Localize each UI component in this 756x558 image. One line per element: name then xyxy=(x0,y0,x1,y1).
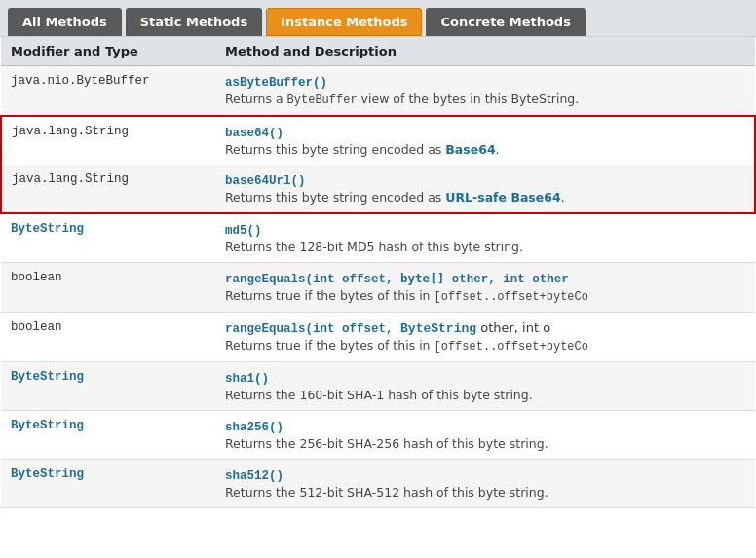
table-row: java.nio.ByteBuffer asByteBuffer() Retur… xyxy=(1,66,755,117)
table-row: ByteString sha256() Returns the 256-bit … xyxy=(1,411,755,460)
type-cell: ByteString xyxy=(1,411,215,460)
method-link[interactable]: sha1() xyxy=(225,372,269,386)
desc-cell: asByteBuffer() Returns a ByteBuffer view… xyxy=(215,66,755,117)
method-link[interactable]: rangeEquals(int offset, byte[] other, in… xyxy=(225,273,569,286)
type-link[interactable]: ByteString xyxy=(11,370,84,384)
type-cell: ByteString xyxy=(1,362,215,411)
method-description: Returns true if the bytes of this in [of… xyxy=(225,288,745,304)
type-cell: java.nio.ByteBuffer xyxy=(1,66,215,117)
method-link[interactable]: sha256() xyxy=(225,421,284,434)
method-link[interactable]: base64Url() xyxy=(225,174,306,188)
desc-cell: sha1() Returns the 160-bit SHA-1 hash of… xyxy=(215,362,755,411)
type-link[interactable]: ByteString xyxy=(11,419,84,432)
tab-concrete-methods[interactable]: Concrete Methods xyxy=(426,8,585,36)
method-description: Returns the 160-bit SHA-1 hash of this b… xyxy=(225,388,745,402)
tab-all-methods[interactable]: All Methods xyxy=(8,8,122,36)
method-link[interactable]: asByteBuffer() xyxy=(225,76,327,90)
type-cell: java.lang.String xyxy=(1,116,215,165)
type-cell: boolean xyxy=(1,263,215,313)
table-row: ByteString sha512() Returns the 512-bit … xyxy=(1,460,755,508)
type-link[interactable]: ByteString xyxy=(11,222,84,236)
type-value: java.lang.String xyxy=(12,172,129,186)
method-description: Returns the 256-bit SHA-256 hash of this… xyxy=(225,436,745,451)
type-value: boolean xyxy=(11,320,62,334)
desc-cell: base64Url() Returns this byte string enc… xyxy=(215,165,755,213)
table-row: boolean rangeEquals(int offset, byte[] o… xyxy=(1,263,755,313)
methods-table: Modifier and Type Method and Description… xyxy=(0,37,756,508)
type-cell: boolean xyxy=(1,313,215,362)
table-row: ByteString sha1() Returns the 160-bit SH… xyxy=(1,362,755,411)
table-row: boolean rangeEquals(int offset, ByteStri… xyxy=(1,313,755,362)
desc-cell: rangeEquals(int offset, byte[] other, in… xyxy=(215,263,755,313)
desc-cell: base64() Returns this byte string encode… xyxy=(215,116,755,165)
tab-bar: All Methods Static Methods Instance Meth… xyxy=(0,0,756,37)
method-link[interactable]: base64() xyxy=(225,127,284,140)
desc-cell: md5() Returns the 128-bit MD5 hash of th… xyxy=(215,213,755,263)
col-modifier-header: Modifier and Type xyxy=(1,37,215,66)
type-cell: ByteString xyxy=(1,460,215,508)
type-cell: ByteString xyxy=(1,213,215,263)
desc-cell: sha512() Returns the 512-bit SHA-512 has… xyxy=(215,460,755,508)
type-link[interactable]: ByteString xyxy=(11,467,84,481)
method-description: Returns the 512-bit SHA-512 hash of this… xyxy=(225,485,745,500)
type-value: java.lang.String xyxy=(12,125,129,138)
table-row: java.lang.String base64Url() Returns thi… xyxy=(1,165,755,213)
method-link[interactable]: md5() xyxy=(225,224,262,238)
method-link[interactable]: sha512() xyxy=(225,469,284,483)
method-description: Returns true if the bytes of this in [of… xyxy=(225,338,745,353)
type-cell: java.lang.String xyxy=(1,165,215,213)
desc-cell: sha256() Returns the 256-bit SHA-256 has… xyxy=(215,411,755,460)
inline-link[interactable]: Base64 xyxy=(445,142,495,157)
tab-static-methods[interactable]: Static Methods xyxy=(126,8,262,36)
method-description: Returns this byte string encoded as Base… xyxy=(225,142,744,157)
inline-link[interactable]: ByteString xyxy=(400,321,476,336)
desc-cell: rangeEquals(int offset, ByteString other… xyxy=(215,313,755,362)
table-row: java.lang.String base64() Returns this b… xyxy=(1,116,755,165)
type-value: boolean xyxy=(11,271,62,284)
table-row: ByteString md5() Returns the 128-bit MD5… xyxy=(1,213,755,263)
inline-link[interactable]: URL-safe Base64 xyxy=(445,190,560,205)
tab-instance-methods[interactable]: Instance Methods xyxy=(266,8,422,36)
type-value: java.nio.ByteBuffer xyxy=(11,74,150,88)
method-link[interactable]: rangeEquals(int offset, xyxy=(225,322,400,336)
method-description: Returns this byte string encoded as URL-… xyxy=(225,190,744,205)
method-description: Returns a ByteBuffer view of the bytes i… xyxy=(225,92,745,107)
col-method-header: Method and Description xyxy=(215,37,755,66)
method-description: Returns the 128-bit MD5 hash of this byt… xyxy=(225,240,745,254)
